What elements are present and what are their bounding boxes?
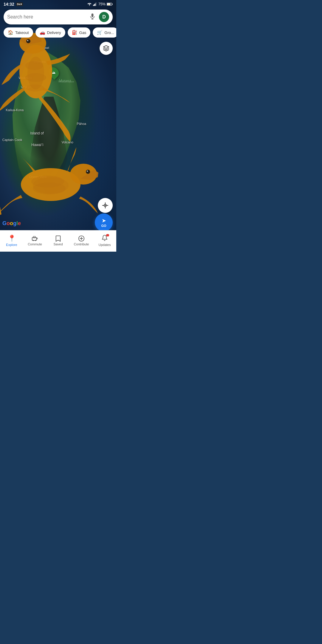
go-button[interactable]: ➤ GO <box>95 213 113 231</box>
delivery-icon: 🚗 <box>40 30 45 35</box>
search-bar[interactable]: D <box>4 10 113 24</box>
takeout-icon: 🏠 <box>8 30 13 35</box>
pill-takeout-label: Takeout <box>15 30 29 35</box>
pill-takeout[interactable]: 🏠 Takeout <box>4 27 33 38</box>
bottom-navigation: 📍 Explore Commute Saved Contribute <box>0 230 116 252</box>
svg-rect-17 <box>93 5 94 6</box>
pin-mountain-icon: ⛰ <box>52 70 55 75</box>
nav-explore[interactable]: 📍 Explore <box>0 235 23 248</box>
avatar-letter: D <box>102 14 106 20</box>
svg-rect-19 <box>95 4 95 6</box>
svg-point-36 <box>33 240 34 241</box>
contribute-icon <box>78 235 85 242</box>
layers-icon <box>103 45 109 52</box>
map-pin-mauna[interactable]: ⛰ <box>49 67 58 78</box>
nav-contribute-label: Contribute <box>74 242 89 246</box>
updates-notification-dot <box>106 234 109 236</box>
pill-grocery[interactable]: 🛒 Gro... <box>93 27 116 38</box>
search-input[interactable] <box>7 14 88 20</box>
explore-icon: 📍 <box>8 235 16 242</box>
google-logo: Google <box>2 220 21 227</box>
pill-delivery-label: Delivery <box>47 30 61 35</box>
saved-icon <box>55 235 61 242</box>
nav-commute[interactable]: Commute <box>23 235 47 247</box>
user-avatar[interactable]: D <box>99 12 109 22</box>
my-location-button[interactable] <box>98 198 113 213</box>
svg-text:⚡: ⚡ <box>108 4 110 6</box>
nav-saved[interactable]: Saved <box>47 235 70 247</box>
svg-point-33 <box>105 205 106 206</box>
commute-icon <box>32 235 38 242</box>
nav-updates-label: Updates <box>99 243 111 247</box>
svg-point-37 <box>35 240 36 241</box>
status-bar: 14:32 DeX 75% ⚡ <box>0 0 116 8</box>
battery-icon: ⚡ <box>107 2 113 6</box>
my-location-icon <box>102 202 109 209</box>
microphone-icon[interactable] <box>88 13 97 21</box>
go-label: GO <box>101 224 106 227</box>
updates-badge-container <box>101 235 108 242</box>
battery-text: 75% <box>98 2 106 6</box>
pill-gas-label: Gas <box>79 30 86 35</box>
status-time: 14:32 <box>4 2 14 7</box>
svg-rect-25 <box>92 13 94 17</box>
quick-pills-row: 🏠 Takeout 🚗 Delivery ⛽ Gas 🛒 Gro... <box>4 27 116 38</box>
pill-delivery[interactable]: 🚗 Delivery <box>35 27 65 38</box>
layers-button[interactable] <box>100 42 113 55</box>
svg-rect-20 <box>96 2 96 6</box>
nav-explore-label: Explore <box>6 243 17 247</box>
pill-gas[interactable]: ⛽ Gas <box>68 27 91 38</box>
signal-icon <box>93 2 97 6</box>
nav-updates[interactable]: Updates <box>93 235 116 248</box>
nav-saved-label: Saved <box>53 242 63 246</box>
nav-contribute[interactable]: Contribute <box>70 235 93 247</box>
wifi-icon <box>87 2 92 6</box>
nav-commute-label: Commute <box>28 242 42 246</box>
dex-badge: DeX <box>16 2 23 6</box>
gas-icon: ⛽ <box>72 30 78 35</box>
svg-rect-18 <box>94 4 95 6</box>
go-navigation-icon: ➤ <box>102 217 106 224</box>
updates-bell-icon <box>101 235 108 241</box>
status-icons: 75% ⚡ <box>87 2 113 6</box>
grocery-icon: 🛒 <box>97 30 103 35</box>
pill-grocery-label: Gro... <box>104 30 114 35</box>
svg-rect-22 <box>112 4 112 5</box>
